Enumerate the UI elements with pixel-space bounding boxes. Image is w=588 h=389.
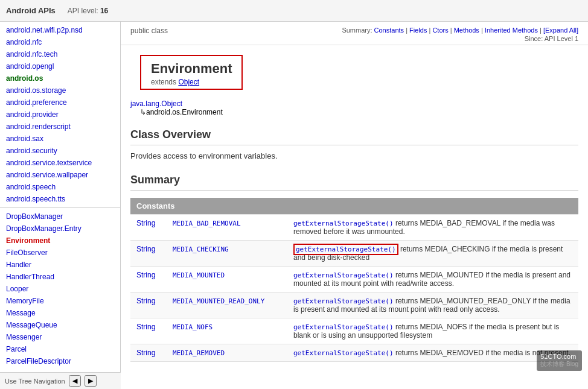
method-link[interactable]: getExternalStorageState() [293,323,394,331]
sidebar-item-handlerthread[interactable]: HandlerThread [0,271,120,283]
table-row: StringMEDIA_NOFSgetExternalStorageState(… [130,318,578,344]
sidebar-item-dropboxmanager[interactable]: DropBoxManager [0,210,120,223]
breadcrumb-child: ↳android.os.Environment [130,108,578,116]
content-header: public class Summary: Constants | Fields… [121,22,588,45]
class-overview-text: Provides access to environment variables… [121,145,588,166]
method-link[interactable]: getExternalStorageState() [293,271,394,279]
table-row: StringMEDIA_MOUNTEDgetExternalStorageSta… [130,267,578,293]
desc-cell: getExternalStorageState() returns MEDIA_… [287,215,578,241]
sidebar-item-service-wallpaper[interactable]: android.service.wallpaper [0,169,120,181]
type-link[interactable]: String [136,297,155,305]
type-cell: String [130,318,167,344]
type-link[interactable]: String [136,219,155,227]
desc-cell: getExternalStorageState() returns MEDIA_… [287,267,578,293]
summary-heading: Summary [121,166,588,190]
sidebar-item-security[interactable]: android.security [0,145,120,157]
api-level-value: 16 [100,7,108,15]
constant-name-cell: MEDIA_MOUNTED [167,267,287,293]
summary-nav: Summary: Constants | Fields | Ctors | Me… [342,27,578,34]
sidebar-item-speech-tts[interactable]: android.speech.tts [0,193,120,205]
type-cell: String [130,215,167,241]
use-tree-nav-label: Use Tree Navigation [5,378,65,385]
summary-link-constants[interactable]: Constants [374,27,404,34]
nav-back-button[interactable]: ◀ [69,375,81,387]
public-class-label: public class [130,27,168,35]
summary-link-ctors[interactable]: Ctors [432,27,448,34]
sidebar-item-looper[interactable]: Looper [0,283,120,295]
constant-name-link[interactable]: MEDIA_CHECKING [173,245,229,253]
sidebar-item-messenger[interactable]: Messenger [0,331,120,343]
constant-name-cell: MEDIA_MOUNTED_READ_ONLY [167,293,287,318]
main-layout: android.net.wifi.p2p.nsd android.nfc and… [0,22,588,389]
constants-table-header: Constants [130,198,578,215]
nav-forward-button[interactable]: ▶ [85,375,97,387]
sidebar-item-environment[interactable]: Environment [0,235,120,247]
sidebar-item-speech[interactable]: android.speech [0,181,120,193]
breadcrumb-parent[interactable]: java.lang.Object [130,100,182,108]
sidebar-item-parcelfiledescriptor[interactable]: ParcelFileDescriptor [0,355,120,367]
sidebar-bottom: Use Tree Navigation ◀ ▶ [0,372,121,389]
sidebar-item-net-wifi[interactable]: android.net.wifi.p2p.nsd [0,24,120,36]
sidebar[interactable]: android.net.wifi.p2p.nsd android.nfc and… [0,22,121,389]
extends-line: extends Object [151,78,232,86]
sidebar-item-nfc-tech[interactable]: android.nfc.tech [0,48,120,60]
sidebar-item-os-storage[interactable]: android.os.storage [0,84,120,96]
constant-name-cell: MEDIA_REMOVED [167,344,287,362]
top-bar: Android APIs API level: 16 [0,0,588,22]
method-link[interactable]: getExternalStorageState() [293,349,394,357]
constant-name-link[interactable]: MEDIA_BAD_REMOVAL [173,220,241,227]
section-divider-summary [130,190,578,191]
type-link[interactable]: String [136,349,155,357]
constant-name-cell: MEDIA_CHECKING [167,241,287,267]
sidebar-item-os[interactable]: android.os [0,72,120,84]
sidebar-item-nfc[interactable]: android.nfc [0,36,120,48]
constant-name-cell: MEDIA_NOFS [167,318,287,344]
summary-link-inherited[interactable]: Inherited Methods [485,27,538,34]
constant-name-link[interactable]: MEDIA_REMOVED [173,349,225,357]
sidebar-item-renderscript[interactable]: android.renderscript [0,121,120,133]
type-cell: String [130,267,167,293]
desc-cell: getExternalStorageState() returns MEDIA_… [287,344,578,362]
constant-name-link[interactable]: MEDIA_MOUNTED [173,271,225,279]
constant-name-link[interactable]: MEDIA_MOUNTED_READ_ONLY [173,297,264,305]
sidebar-item-provider[interactable]: android.provider [0,109,120,121]
sidebar-item-fileobserver[interactable]: FileObserver [0,247,120,259]
type-link[interactable]: String [136,323,155,331]
class-title: Environment [151,61,232,77]
table-row: StringMEDIA_BAD_REMOVALgetExternalStorag… [130,215,578,241]
summary-link-fields[interactable]: Fields [409,27,427,34]
content-area: public class Summary: Constants | Fields… [121,22,588,389]
sidebar-item-parcel[interactable]: Parcel [0,343,120,355]
desc-cell: getExternalStorageState() returns MEDIA_… [287,318,578,344]
type-cell: String [130,241,167,267]
sidebar-item-opengl[interactable]: android.opengl [0,60,120,72]
class-title-block: Environment extends Object [140,55,243,90]
breadcrumb: java.lang.Object ↳android.os.Environment [121,95,588,121]
desc-cell: getExternalStorageState() returns MEDIA_… [287,241,578,267]
sidebar-item-dropboxmanager-entry[interactable]: DropBoxManager.Entry [0,223,120,235]
since-label: Since: API Level 1 [342,35,578,42]
constant-name-cell: MEDIA_BAD_REMOVAL [167,215,287,241]
app-title: Android APIs [6,6,56,15]
type-cell: String [130,344,167,362]
sidebar-item-memoryfile[interactable]: MemoryFile [0,295,120,307]
class-overview-heading: Class Overview [121,121,588,145]
extends-link[interactable]: Object [178,78,199,86]
sidebar-item-handler[interactable]: Handler [0,259,120,271]
method-link[interactable]: getExternalStorageState() [293,244,398,255]
type-link[interactable]: String [136,271,155,279]
desc-cell: getExternalStorageState() returns MEDIA_… [287,293,578,318]
table-row: StringMEDIA_MOUNTED_READ_ONLYgetExternal… [130,293,578,318]
table-row: StringMEDIA_CHECKINGgetExternalStorageSt… [130,241,578,267]
type-link[interactable]: String [136,245,155,253]
method-link[interactable]: getExternalStorageState() [293,220,394,227]
sidebar-item-preference[interactable]: android.preference [0,96,120,109]
sidebar-item-message[interactable]: Message [0,307,120,319]
sidebar-item-messagequeue[interactable]: MessageQueue [0,319,120,331]
method-link[interactable]: getExternalStorageState() [293,297,394,305]
summary-link-methods[interactable]: Methods [454,27,479,34]
sidebar-item-service-textservice[interactable]: android.service.textservice [0,157,120,169]
sidebar-item-sax[interactable]: android.sax [0,133,120,145]
summary-link-expand[interactable]: [Expand All] [543,27,578,34]
constant-name-link[interactable]: MEDIA_NOFS [173,323,213,331]
